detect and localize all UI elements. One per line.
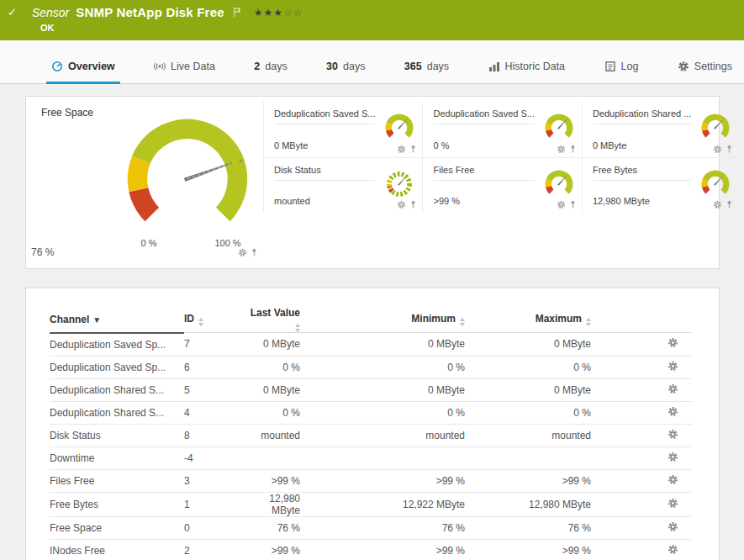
gauge-pin-icon[interactable]	[725, 145, 734, 154]
channel-settings-gear-icon[interactable]	[667, 406, 678, 417]
free-space-gauge[interactable]	[87, 107, 288, 240]
channel-minimum: 12,922 MByte	[300, 492, 465, 516]
channel-maximum: 76 %	[465, 516, 591, 539]
channel-maximum: mounted	[465, 424, 591, 446]
mini-gauge-value: 12,980 MByte	[593, 196, 650, 206]
column-header-last-value[interactable]: Last Value	[241, 307, 300, 333]
channel-settings-gear-icon[interactable]	[667, 521, 678, 532]
tab-live-data[interactable]: Live Data	[149, 61, 220, 84]
gauge-settings-gear-icon[interactable]	[557, 200, 566, 209]
channel-name-link[interactable]: Downtime	[50, 452, 94, 464]
channel-settings-gear-icon[interactable]	[667, 383, 678, 394]
mini-gauge-title: Disk Status	[274, 161, 375, 181]
column-header-minimum[interactable]: Minimum	[300, 307, 465, 333]
channel-id: 8	[184, 424, 241, 446]
channel-maximum: 0 %	[465, 356, 591, 378]
tab-365-days[interactable]: 365 days	[399, 61, 454, 84]
gauge-pin-icon[interactable]	[250, 248, 259, 257]
gauge-cell-dedup-saved-bytes[interactable]: Deduplication Saved S... 0 MByte	[263, 102, 422, 157]
channel-last-value: mounted	[241, 424, 300, 446]
tab-label: days	[265, 61, 287, 72]
tab-overview[interactable]: Overview	[46, 61, 120, 84]
gauge-settings-gear-icon[interactable]	[238, 248, 247, 257]
channel-settings-gear-icon[interactable]	[667, 452, 678, 462]
table-row: Disk Status 8 mounted mounted mounted	[50, 424, 692, 446]
object-kind-label: Sensor	[32, 6, 69, 19]
column-header-id[interactable]: ID	[184, 307, 241, 333]
gauge-cell-free-bytes[interactable]: Free Bytes 12,980 MByte	[582, 157, 738, 213]
channel-name-link[interactable]: Deduplication Saved Sp...	[50, 362, 166, 373]
channel-last-value: 0 MByte	[241, 333, 300, 357]
main-gauge-min-label: 0 %	[134, 238, 164, 248]
table-row: Downtime -4	[50, 446, 692, 469]
gauge-pin-icon[interactable]	[725, 200, 734, 209]
gauge-settings-gear-icon[interactable]	[557, 145, 566, 154]
tab-30-days[interactable]: 30 days	[321, 61, 370, 84]
channel-settings-gear-icon[interactable]	[667, 474, 678, 485]
channel-maximum	[465, 446, 591, 469]
sort-toggle-icon	[586, 318, 591, 326]
mini-gauge	[380, 110, 419, 145]
channel-id: 0	[184, 516, 241, 539]
channel-settings-gear-icon[interactable]	[667, 544, 678, 555]
sort-toggle-icon	[295, 324, 300, 332]
tab-historic-data[interactable]: Historic Data	[483, 61, 571, 84]
favorite-rating-stars[interactable]: ★★★☆☆	[254, 7, 303, 18]
gauge-cell-inodes-free[interactable]: INodes Free >99 %	[738, 157, 744, 213]
tab-label: Settings	[694, 61, 732, 72]
tab-log[interactable]: Log	[599, 61, 644, 84]
channel-settings-gear-icon[interactable]	[667, 361, 678, 372]
main-gauge-title: Free Space	[41, 107, 93, 119]
channel-name-link[interactable]: Disk Status	[50, 430, 101, 441]
channel-name-link[interactable]: Deduplication Saved Sp...	[50, 339, 166, 351]
channel-settings-gear-icon[interactable]	[667, 498, 678, 509]
gauge-pin-icon[interactable]	[568, 145, 578, 154]
table-row: Deduplication Shared S... 4 0 % 0 % 0 %	[50, 401, 692, 424]
overview-gauge-icon	[51, 61, 63, 72]
main-gauge-value: 76 %	[31, 246, 54, 258]
sensor-title: SNMP NetApp Disk Free	[76, 5, 224, 19]
gauge-pin-icon[interactable]	[409, 200, 418, 209]
channel-last-value	[241, 446, 300, 469]
channel-maximum: 12,980 MByte	[465, 492, 591, 516]
tab-2-days[interactable]: 2 days	[249, 61, 292, 84]
gauge-needle-tip-marker: ×	[238, 156, 243, 166]
tab-count: 30	[326, 61, 338, 72]
channel-name-link[interactable]: Files Free	[50, 475, 94, 487]
channel-name-link[interactable]: Deduplication Shared S...	[50, 384, 164, 396]
channel-last-value: >99 %	[241, 539, 300, 560]
mini-gauge-title: Files Free	[433, 161, 534, 181]
gauge-settings-gear-icon[interactable]	[397, 145, 406, 154]
mini-gauge-value: mounted	[274, 196, 310, 206]
channel-minimum: 0 MByte	[300, 333, 465, 357]
gauge-settings-gear-icon[interactable]	[713, 145, 722, 154]
channel-last-value: 0 %	[241, 401, 300, 424]
column-header-channel[interactable]: Channel▼	[50, 307, 184, 333]
tab-label: Historic Data	[505, 61, 566, 72]
table-row: Deduplication Shared S... 5 0 MByte 0 MB…	[50, 378, 692, 401]
gauge-cell-files-free[interactable]: Files Free >99 %	[422, 157, 581, 213]
table-row: Deduplication Saved Sp... 7 0 MByte 0 MB…	[50, 333, 692, 357]
channel-settings-gear-icon[interactable]	[667, 429, 678, 440]
gauge-cell-dedup-saved-percent[interactable]: Deduplication Saved S... 0 %	[422, 102, 581, 157]
priority-flag-icon[interactable]	[233, 7, 242, 18]
mini-gauge	[696, 110, 735, 145]
main-gauge-max-label: 100 %	[209, 238, 246, 248]
status-ok-check-icon: ✓	[8, 7, 17, 18]
tab-settings[interactable]: Settings	[673, 61, 737, 84]
gauge-cell-disk-status[interactable]: Disk Status mounted	[263, 157, 422, 213]
gauge-settings-gear-icon[interactable]	[713, 200, 722, 209]
channel-name-link[interactable]: Free Bytes	[50, 499, 98, 510]
table-header-row: Channel▼ ID Last Value Minimum Maximum	[50, 307, 692, 333]
channel-name-link[interactable]: INodes Free	[50, 545, 105, 557]
gauge-pin-icon[interactable]	[568, 200, 578, 209]
gauge-settings-gear-icon[interactable]	[397, 200, 406, 209]
channel-settings-gear-icon[interactable]	[667, 337, 678, 348]
channel-name-link[interactable]: Free Space	[50, 522, 102, 534]
mini-gauge-value: 0 %	[433, 140, 449, 151]
gauge-cell-dedup-shared-bytes[interactable]: Deduplication Shared ... 0 MByte	[582, 102, 738, 157]
gauge-cell-dedup-shared-percent[interactable]: Deduplication Shared ... 0 %	[738, 102, 744, 157]
column-header-maximum[interactable]: Maximum	[465, 307, 591, 333]
gauge-pin-icon[interactable]	[409, 145, 418, 154]
channel-name-link[interactable]: Deduplication Shared S...	[50, 407, 164, 419]
